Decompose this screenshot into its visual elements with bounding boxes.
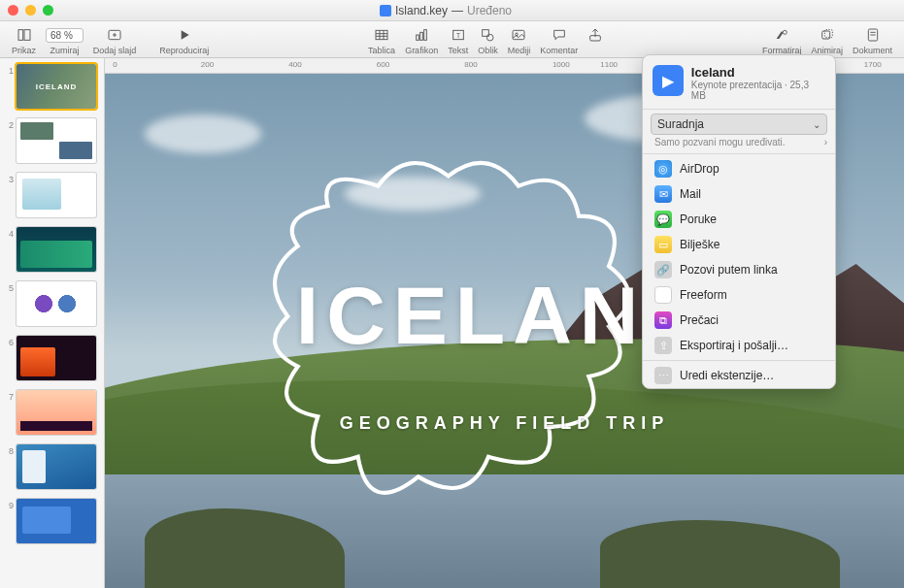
share-airdrop[interactable]: ◎ AirDrop (643, 156, 835, 181)
share-invite-link[interactable]: 🔗 Pozovi putem linka (643, 257, 835, 282)
slide-thumb-3[interactable]: 3 (4, 173, 100, 217)
animate-icon (820, 25, 835, 45)
export-icon: ⇪ (654, 337, 672, 354)
shape-icon (480, 25, 495, 45)
thumbnail[interactable] (17, 118, 96, 163)
keynote-app-icon: ▶ (653, 65, 684, 96)
share-export-send[interactable]: ⇪ Eksportiraj i pošalji… (643, 333, 835, 358)
view-icon (17, 25, 32, 45)
svg-point-21 (784, 30, 787, 34)
extensions-icon: ⋯ (654, 367, 672, 384)
chevron-right-icon: › (824, 137, 827, 147)
media-button[interactable]: Mediji (504, 25, 535, 55)
share-doc-name: Iceland (691, 65, 825, 80)
share-permission-row[interactable]: Samo pozvani mogu uređivati. › (654, 137, 827, 147)
svg-point-19 (516, 33, 519, 36)
add-slide-button[interactable]: Dodaj slajd (89, 25, 141, 55)
filename-label: Island.key (395, 4, 448, 17)
thumbnail[interactable] (17, 390, 96, 435)
text-icon: T (451, 25, 466, 45)
play-button[interactable]: Reproduciraj (155, 25, 213, 55)
view-button[interactable]: Prikaz (8, 25, 40, 55)
link-icon: 🔗 (654, 261, 672, 278)
table-button[interactable]: Tablica (364, 25, 399, 55)
svg-rect-6 (376, 30, 387, 39)
slide-thumb-1[interactable]: 1 ICELAND (4, 64, 100, 109)
minimize-button[interactable] (25, 5, 36, 16)
keynote-doc-icon (380, 5, 391, 16)
thumbnail[interactable] (17, 227, 96, 272)
chevron-updown-icon: ⌄ (813, 119, 820, 130)
share-mail[interactable]: ✉ Mail (643, 181, 835, 207)
thumbnail[interactable] (17, 499, 96, 543)
slide-thumb-5[interactable]: 5 (4, 281, 100, 326)
table-icon (374, 25, 389, 45)
share-messages[interactable]: 💬 Poruke (643, 207, 835, 232)
close-button[interactable] (8, 5, 18, 16)
shape-button[interactable]: Oblik (474, 25, 502, 55)
document-icon (865, 25, 881, 45)
thumbnail[interactable] (17, 173, 96, 217)
slide-thumb-8[interactable]: 8 (4, 444, 100, 489)
window-controls (8, 5, 53, 16)
share-notes[interactable]: ▭ Bilješke (643, 232, 835, 257)
messages-icon: 💬 (654, 211, 672, 228)
svg-marker-5 (182, 30, 189, 39)
format-button[interactable]: Formatiraj (758, 25, 806, 55)
slide-thumb-2[interactable]: 2 (4, 118, 100, 163)
svg-rect-12 (420, 32, 423, 40)
slide-thumb-4[interactable]: 4 (4, 227, 100, 272)
slide-thumb-9[interactable]: 9 (4, 499, 100, 543)
svg-point-17 (487, 34, 494, 41)
share-icon (587, 25, 603, 45)
thumbnail[interactable] (17, 336, 96, 380)
share-popover: ▶ Iceland Keynote prezentacija · 25,3 MB… (642, 54, 836, 389)
plus-icon (107, 25, 122, 45)
comment-icon (552, 25, 567, 45)
slide-thumb-7[interactable]: 7 (4, 390, 100, 435)
zoom-control[interactable]: 68 % Zumiraj (42, 25, 87, 55)
share-mode-select[interactable]: Suradnja ⌄ (651, 114, 827, 135)
format-icon (774, 25, 789, 45)
share-shortcuts[interactable]: ⧉ Prečaci (643, 308, 835, 333)
freeform-icon: ✎ (654, 286, 672, 304)
comment-button[interactable]: Komentar (536, 25, 582, 55)
share-freeform[interactable]: ✎ Freeform (643, 282, 835, 308)
window-title: Island.key — Uređeno (53, 4, 838, 17)
share-button[interactable] (584, 25, 607, 55)
slide-thumb-6[interactable]: 6 (4, 336, 100, 380)
thumbnail[interactable] (17, 281, 96, 326)
svg-rect-11 (417, 35, 419, 40)
document-button[interactable]: Dokument (849, 25, 896, 55)
chart-icon (414, 25, 429, 45)
document-status: Uređeno (467, 4, 512, 17)
toolbar: Prikaz 68 % Zumiraj Dodaj slajd Reproduc… (0, 21, 904, 58)
zoom-select[interactable]: 68 % (46, 28, 84, 43)
mail-icon: ✉ (654, 185, 672, 203)
shortcuts-icon: ⧉ (654, 311, 672, 329)
media-icon (511, 25, 526, 45)
airdrop-icon: ◎ (654, 160, 672, 178)
svg-rect-1 (24, 30, 30, 41)
share-edit-extensions[interactable]: ⋯ Uredi ekstenzije… (643, 363, 835, 388)
thumbnail[interactable] (17, 444, 96, 489)
notes-icon: ▭ (654, 236, 672, 253)
window-titlebar: Island.key — Uređeno (0, 0, 904, 21)
maximize-button[interactable] (43, 5, 53, 16)
chart-button[interactable]: Grafikon (401, 25, 442, 55)
text-button[interactable]: T Tekst (444, 25, 472, 55)
share-header: ▶ Iceland Keynote prezentacija · 25,3 MB (643, 55, 835, 107)
play-icon (177, 25, 192, 45)
svg-text:T: T (456, 32, 460, 39)
slide-subtitle[interactable]: GEOGRAPHY FIELD TRIP (105, 413, 904, 434)
share-doc-meta: Keynote prezentacija · 25,3 MB (691, 80, 825, 101)
thumbnail[interactable]: ICELAND (17, 64, 96, 109)
animate-button[interactable]: Animiraj (807, 25, 847, 55)
slide-navigator[interactable]: 1 ICELAND 2 3 4 5 6 7 8 (0, 58, 105, 588)
svg-rect-13 (424, 30, 427, 41)
svg-rect-0 (18, 30, 23, 41)
